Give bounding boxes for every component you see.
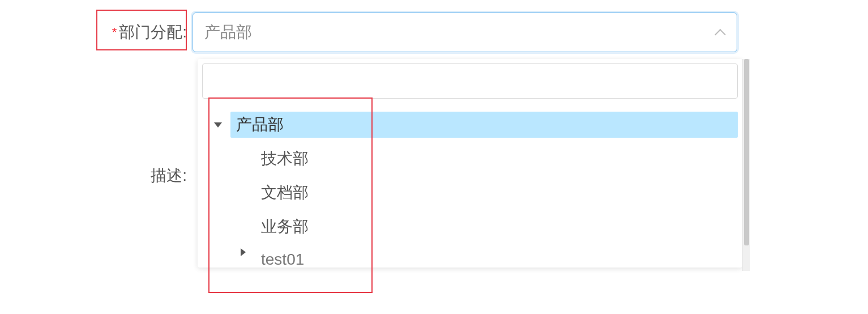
tree-node-label: 产品部 bbox=[230, 112, 738, 138]
scrollbar-thumb[interactable] bbox=[744, 59, 749, 245]
tree-node-test01[interactable]: test01 bbox=[202, 244, 738, 266]
tree-node-tech-dept[interactable]: 技术部 bbox=[202, 142, 738, 176]
tree-node-product-dept[interactable]: 产品部 bbox=[202, 108, 738, 142]
department-select[interactable]: 产品部 bbox=[193, 12, 737, 52]
caret-right-icon[interactable] bbox=[233, 248, 253, 256]
department-label-wrap: * 部门分配: bbox=[0, 12, 193, 52]
tree-node-label: 业务部 bbox=[255, 214, 738, 240]
department-label: 部门分配: bbox=[119, 22, 187, 43]
dropdown-scrollbar[interactable] bbox=[742, 59, 750, 271]
tree-node-label: 文档部 bbox=[255, 180, 738, 206]
tree-node-label: 技术部 bbox=[255, 146, 738, 172]
dropdown-search-input[interactable] bbox=[202, 63, 738, 99]
tree-node-doc-dept[interactable]: 文档部 bbox=[202, 176, 738, 210]
tree-node-label: test01 bbox=[255, 248, 738, 266]
required-asterisk: * bbox=[112, 25, 117, 40]
department-tree: 产品部 技术部 文档部 业务部 test01 bbox=[202, 108, 738, 268]
chevron-up-icon bbox=[715, 27, 725, 37]
caret-down-icon[interactable] bbox=[208, 122, 228, 128]
description-label-wrap: 描述: bbox=[0, 156, 193, 196]
department-dropdown-panel: 产品部 技术部 文档部 业务部 test01 bbox=[198, 59, 742, 268]
description-label: 描述: bbox=[151, 165, 187, 186]
form-row-department: * 部门分配: 产品部 bbox=[0, 12, 737, 52]
department-select-value: 产品部 bbox=[204, 22, 715, 43]
tree-node-business-dept[interactable]: 业务部 bbox=[202, 210, 738, 244]
form-row-description: 描述: bbox=[0, 156, 193, 196]
